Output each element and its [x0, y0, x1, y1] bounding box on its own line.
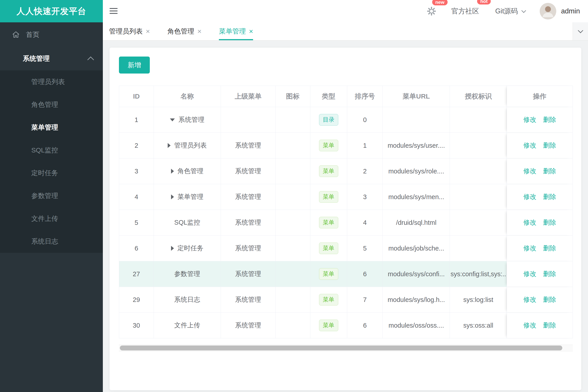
settings-button[interactable]: new [426, 6, 437, 16]
cell-order: 7 [347, 287, 383, 312]
cell-name: 角色管理 [154, 158, 221, 184]
sidebar-item-文件上传[interactable]: 文件上传 [0, 207, 103, 230]
sidebar-group-system[interactable]: 系统管理 [0, 47, 103, 70]
scrollbar-thumb[interactable] [120, 346, 562, 350]
delete-link[interactable]: 删除 [543, 295, 556, 304]
delete-link[interactable]: 删除 [543, 270, 556, 278]
cell-icon [276, 236, 310, 261]
table-row: 2管理员列表系统管理菜单1modules/sys/user....修改删除 [119, 132, 572, 158]
community-link[interactable]: 官方社区 hot [451, 6, 479, 16]
tab-菜单管理[interactable]: 菜单管理× [219, 22, 253, 40]
avatar[interactable] [540, 3, 556, 20]
git-source-dropdown[interactable]: Git源码 [495, 6, 525, 16]
cell-parent-menu: 系统管理 [221, 210, 276, 235]
cell-actions: 修改删除 [507, 184, 572, 210]
delete-link[interactable]: 删除 [543, 244, 556, 253]
cell-type: 菜单 [310, 261, 347, 287]
type-badge: 菜单 [319, 320, 338, 331]
sidebar-item-角色管理[interactable]: 角色管理 [0, 93, 103, 116]
edit-link[interactable]: 修改 [523, 295, 536, 304]
cell-id: 3 [119, 158, 154, 184]
hamburger-icon[interactable] [110, 6, 118, 16]
main-content: 新增 ID名称上级菜单图标类型排序号菜单URL授权标识操作 1系统管理目录0修改… [103, 40, 588, 392]
edit-link[interactable]: 修改 [523, 218, 536, 227]
tab-close-icon[interactable]: × [249, 27, 253, 36]
delete-link[interactable]: 删除 [543, 321, 556, 330]
username[interactable]: admin [561, 7, 580, 15]
tab-overflow-button[interactable] [572, 22, 588, 40]
cell-actions: 修改删除 [507, 287, 572, 312]
tree-expand-icon[interactable] [171, 246, 174, 251]
tree-collapse-icon[interactable] [170, 118, 175, 121]
tree-expand-icon[interactable] [168, 143, 171, 148]
cell-order: 6 [347, 261, 383, 287]
edit-link[interactable]: 修改 [523, 244, 536, 253]
sidebar-item-定时任务[interactable]: 定时任务 [0, 162, 103, 184]
sidebar-item-系统日志[interactable]: 系统日志 [0, 230, 103, 253]
cell-type: 菜单 [310, 184, 347, 210]
cell-type: 菜单 [310, 210, 347, 235]
cell-menu-url: modules/sys/role.... [383, 158, 450, 184]
topbar-right: new 官方社区 hot Git源码 admin [426, 0, 580, 22]
cell-name: 管理员列表 [154, 133, 221, 158]
tab-label: 角色管理 [168, 27, 194, 36]
tab-管理员列表[interactable]: 管理员列表× [109, 22, 150, 40]
cell-type: 菜单 [310, 287, 347, 312]
cell-order: 2 [347, 158, 383, 184]
column-header-排序号: 排序号 [347, 86, 383, 107]
horizontal-scrollbar [119, 344, 573, 351]
tab-label: 菜单管理 [219, 27, 246, 36]
table-row: 5SQL监控系统管理菜单4/druid/sql.html修改删除 [119, 210, 572, 235]
cell-order: 3 [347, 184, 383, 210]
edit-link[interactable]: 修改 [523, 115, 536, 124]
edit-link[interactable]: 修改 [523, 141, 536, 150]
delete-link[interactable]: 删除 [543, 218, 556, 227]
brand-title: 人人快速开发平台 [0, 0, 103, 22]
delete-link[interactable]: 删除 [543, 192, 556, 201]
cell-icon [276, 133, 310, 158]
edit-link[interactable]: 修改 [523, 321, 536, 330]
column-header-上级菜单: 上级菜单 [221, 86, 276, 107]
cell-menu-url: modules/sys/confi... [383, 261, 450, 287]
cell-id: 27 [119, 261, 154, 287]
cell-name: SQL监控 [154, 210, 221, 235]
sidebar-item-菜单管理[interactable]: 菜单管理 [0, 116, 103, 139]
table-body: 1系统管理目录0修改删除2管理员列表系统管理菜单1modules/sys/use… [119, 107, 572, 338]
delete-link[interactable]: 删除 [543, 167, 556, 176]
delete-link[interactable]: 删除 [543, 141, 556, 150]
sidebar-item-参数管理[interactable]: 参数管理 [0, 184, 103, 207]
edit-link[interactable]: 修改 [523, 167, 536, 176]
cell-permission: sys:oss:all [450, 313, 507, 338]
add-button[interactable]: 新增 [119, 56, 150, 74]
tab-list: 管理员列表×角色管理×菜单管理× [109, 22, 271, 40]
edit-link[interactable]: 修改 [523, 270, 536, 278]
tab-close-icon[interactable]: × [146, 27, 150, 36]
sidebar-item-home[interactable]: 首页 [0, 22, 103, 47]
tab-角色管理[interactable]: 角色管理× [168, 22, 202, 40]
cell-menu-url: modules/sys/user.... [383, 133, 450, 158]
table-row: 6定时任务系统管理菜单5modules/job/sche...修改删除 [119, 235, 572, 261]
cell-type: 菜单 [310, 236, 347, 261]
menu-name: 文件上传 [174, 321, 200, 330]
cell-icon [276, 210, 310, 235]
sidebar-group-label: 系统管理 [23, 54, 50, 63]
menu-name: 定时任务 [178, 244, 203, 253]
hot-badge: hot [477, 0, 491, 4]
tree-expand-icon[interactable] [171, 169, 174, 174]
tree-expand-icon[interactable] [171, 194, 174, 199]
type-badge: 菜单 [319, 191, 338, 202]
edit-link[interactable]: 修改 [523, 192, 536, 201]
type-badge: 菜单 [319, 217, 338, 228]
cell-actions: 修改删除 [507, 133, 572, 158]
cell-id: 29 [119, 287, 154, 312]
menu-name: SQL监控 [174, 218, 200, 227]
sidebar-item-SQL监控[interactable]: SQL监控 [0, 139, 103, 162]
new-badge: new [432, 0, 448, 5]
menu-name: 管理员列表 [174, 141, 207, 150]
cell-permission [450, 210, 507, 235]
delete-link[interactable]: 删除 [543, 115, 556, 124]
sidebar-item-label: 首页 [26, 30, 39, 39]
tab-close-icon[interactable]: × [197, 27, 202, 36]
cell-name: 系统管理 [154, 107, 221, 132]
sidebar-item-管理员列表[interactable]: 管理员列表 [0, 70, 103, 93]
